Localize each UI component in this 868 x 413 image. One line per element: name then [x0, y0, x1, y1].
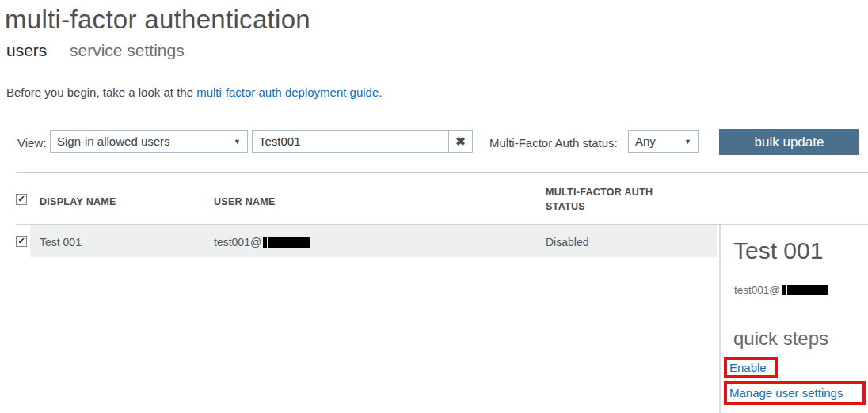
cell-user-name: test001@ [214, 236, 310, 248]
mfa-admin-page: multi-factor authentication users servic… [0, 0, 868, 413]
chevron-down-icon: ▼ [234, 138, 241, 146]
intro-prefix: Before you begin, take a look at the [6, 85, 196, 99]
enable-highlight-box: Enable [724, 357, 778, 378]
mfa-status-select[interactable]: Any ▼ [628, 130, 699, 153]
user-name-text: test001@ [214, 236, 261, 248]
panel-user-name: test001@ [734, 284, 828, 296]
cell-display-name: Test 001 [40, 236, 82, 248]
table-header-divider [16, 224, 868, 225]
manage-user-settings-link[interactable]: Manage user settings [727, 386, 843, 400]
search-box: ✖ [252, 130, 473, 153]
mfa-status-label: Multi-Factor Auth status: [489, 136, 618, 150]
user-name-text: test001@ [734, 284, 780, 296]
column-header-mfa-status: MULTI-FACTOR AUTH STATUS [546, 185, 676, 214]
select-row-checkbox[interactable] [16, 236, 27, 247]
redaction-bar [787, 285, 828, 295]
intro-text: Before you begin, take a look at the mul… [6, 85, 382, 99]
panel-user-title: Test 001 [733, 237, 823, 264]
mfa-status-select-value: Any [635, 135, 680, 148]
column-header-user-name: USER NAME [214, 195, 276, 209]
select-all-checkbox[interactable] [16, 194, 27, 205]
view-select-value: Sign-in allowed users [57, 135, 229, 148]
intro-suffix: . [379, 85, 382, 99]
tab-service-settings[interactable]: service settings [70, 41, 185, 60]
table-top-divider [16, 172, 868, 173]
page-title: multi-factor authentication [5, 5, 310, 35]
view-label: View: [17, 136, 46, 150]
quick-steps-heading: quick steps [733, 328, 828, 350]
cell-mfa-status: Disabled [546, 236, 588, 248]
redaction-bar [268, 237, 310, 248]
tab-users[interactable]: users [6, 41, 47, 60]
redaction-bar [782, 285, 786, 295]
table-row[interactable] [30, 225, 717, 257]
chevron-down-icon: ▼ [684, 138, 691, 146]
deployment-guide-link[interactable]: multi-factor auth deployment guide [196, 85, 379, 99]
search-input[interactable] [253, 131, 448, 152]
clear-search-icon[interactable]: ✖ [448, 131, 472, 152]
bulk-update-button[interactable]: bulk update [719, 129, 859, 155]
column-header-display-name: DISPLAY NAME [40, 195, 116, 209]
manage-settings-highlight-box: Manage user settings [724, 381, 866, 405]
panel-divider [719, 225, 721, 413]
view-select[interactable]: Sign-in allowed users ▼ [50, 130, 248, 153]
redaction-bar [263, 237, 267, 248]
enable-link[interactable]: Enable [727, 361, 767, 374]
